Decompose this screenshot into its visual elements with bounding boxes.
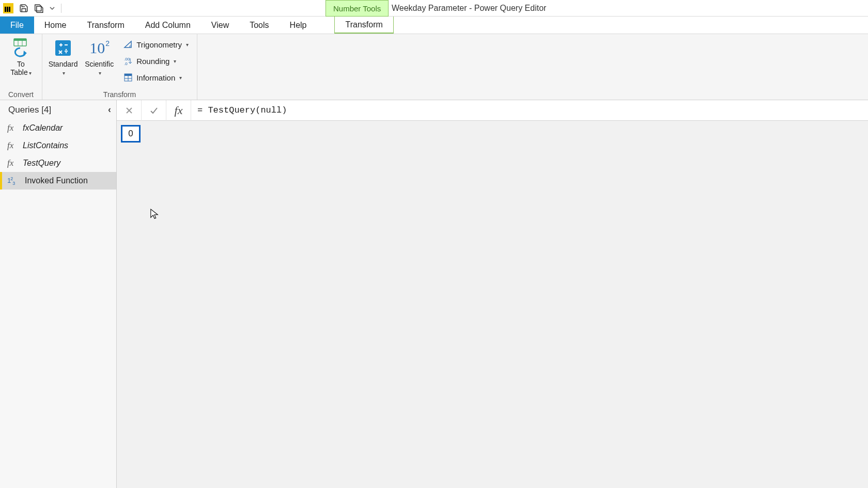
query-label: Invoked Function bbox=[25, 176, 88, 185]
svg-point-12 bbox=[66, 52, 67, 54]
scientific-label: Scientific bbox=[85, 60, 114, 68]
svg-rect-1 bbox=[14, 39, 26, 41]
ribbon-group-transform: Standard▾ 102 Scientific▾ Trigonometry▾ bbox=[42, 34, 197, 100]
tab-help[interactable]: Help bbox=[280, 17, 317, 34]
svg-text:.00: .00 bbox=[124, 57, 130, 61]
standard-icon bbox=[52, 37, 74, 59]
tab-context-transform[interactable]: Transform bbox=[334, 17, 393, 34]
work-area: Queries [4] ‹ fx fxCalendar fx ListConta… bbox=[0, 100, 868, 488]
svg-point-11 bbox=[66, 49, 67, 51]
save-icon[interactable] bbox=[18, 2, 30, 14]
svg-text:.0: .0 bbox=[124, 61, 128, 66]
standard-label: Standard bbox=[49, 60, 78, 68]
ribbon-group-convert: To Table▾ Convert bbox=[0, 34, 42, 100]
collapse-chevron-icon[interactable]: ‹ bbox=[108, 104, 111, 115]
information-label: Information bbox=[136, 73, 175, 82]
qat-dropdown-icon[interactable] bbox=[49, 2, 56, 14]
formula-cancel-button[interactable] bbox=[117, 100, 142, 121]
query-label: fxCalendar bbox=[23, 123, 63, 133]
trigonometry-button[interactable]: Trigonometry▾ bbox=[120, 37, 192, 52]
function-icon: fx bbox=[7, 158, 18, 168]
svg-rect-16 bbox=[125, 74, 132, 76]
separator bbox=[61, 4, 61, 13]
function-icon: fx bbox=[7, 140, 18, 151]
window-title: Weekday Parameter - Power Query Editor bbox=[392, 0, 546, 17]
tab-transform[interactable]: Transform bbox=[76, 17, 134, 34]
query-item-listcontains[interactable]: fx ListContains bbox=[0, 137, 116, 154]
result-value-cell[interactable]: 0 bbox=[121, 125, 141, 143]
tab-tools[interactable]: Tools bbox=[239, 17, 279, 34]
rounding-button[interactable]: .00.0 Rounding▾ bbox=[120, 54, 192, 68]
tab-home[interactable]: Home bbox=[34, 17, 77, 34]
rounding-icon: .00.0 bbox=[123, 56, 133, 66]
scientific-button[interactable]: 102 Scientific▾ bbox=[84, 36, 115, 76]
information-button[interactable]: Information▾ bbox=[120, 70, 192, 85]
to-table-icon bbox=[10, 37, 32, 59]
ribbon-tabstrip: File Home Transform Add Column View Tool… bbox=[0, 17, 868, 34]
rounding-label: Rounding bbox=[136, 57, 169, 66]
formula-commit-button[interactable] bbox=[142, 100, 166, 121]
group-label-transform: Transform bbox=[48, 89, 192, 99]
formula-bar: fx = TestQuery(null) bbox=[117, 100, 868, 121]
query-item-testquery[interactable]: fx TestQuery bbox=[0, 154, 116, 172]
query-label: TestQuery bbox=[23, 159, 60, 168]
tab-file[interactable]: File bbox=[0, 17, 34, 34]
contextual-tab-header: Number Tools bbox=[326, 0, 389, 17]
trigonometry-label: Trigonometry bbox=[136, 40, 182, 49]
result-area: 0 bbox=[117, 121, 868, 147]
tab-view[interactable]: View bbox=[201, 17, 239, 34]
queries-pane: Queries [4] ‹ fx fxCalendar fx ListConta… bbox=[0, 100, 117, 488]
preview-canvas: fx = TestQuery(null) 0 bbox=[117, 100, 868, 488]
query-item-fxcalendar[interactable]: fx fxCalendar bbox=[0, 119, 116, 137]
scientific-icon: 102 bbox=[88, 37, 110, 59]
app-logo bbox=[2, 2, 14, 14]
number-type-icon: 123 bbox=[7, 176, 20, 186]
number-tools-label: Number Tools bbox=[326, 0, 389, 17]
function-icon: fx bbox=[7, 123, 18, 133]
information-icon bbox=[123, 72, 133, 83]
queries-header-label: Queries [4] bbox=[8, 105, 51, 115]
queries-header[interactable]: Queries [4] ‹ bbox=[0, 100, 116, 119]
title-bar: Number Tools Weekday Parameter - Power Q… bbox=[0, 0, 868, 17]
tab-add-column[interactable]: Add Column bbox=[135, 17, 201, 34]
quick-access-toolbar bbox=[0, 0, 64, 16]
standard-button[interactable]: Standard▾ bbox=[48, 36, 79, 76]
query-label: ListContains bbox=[23, 141, 68, 150]
to-table-label: To Table▾ bbox=[10, 60, 31, 76]
fx-icon[interactable]: fx bbox=[166, 100, 191, 121]
to-table-button[interactable]: To Table▾ bbox=[5, 36, 37, 76]
trigonometry-icon bbox=[123, 39, 133, 50]
save-as-icon[interactable] bbox=[33, 2, 45, 14]
mouse-cursor-icon bbox=[150, 208, 159, 219]
svg-rect-4 bbox=[55, 40, 71, 56]
query-item-invoked-function[interactable]: 123 Invoked Function bbox=[0, 172, 116, 190]
ribbon: To Table▾ Convert bbox=[0, 34, 868, 100]
formula-input[interactable]: = TestQuery(null) bbox=[191, 100, 868, 120]
group-label-convert: Convert bbox=[5, 89, 37, 99]
